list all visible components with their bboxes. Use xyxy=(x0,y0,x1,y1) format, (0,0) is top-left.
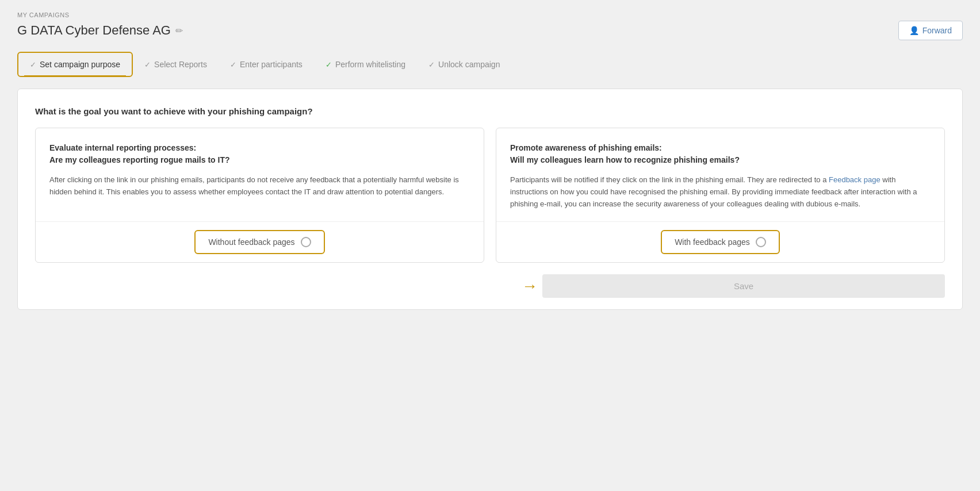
step-label-2: Select Reports xyxy=(154,60,207,69)
title-text: G DATA Cyber Defense AG xyxy=(17,23,171,38)
option-footer-right: With feedback pages xyxy=(496,221,944,262)
step-perform-whitelisting[interactable]: ✓ Perform whitelisting xyxy=(314,53,417,76)
content-card: What is the goal you want to achieve wit… xyxy=(17,89,963,310)
section-question: What is the goal you want to achieve wit… xyxy=(35,106,945,116)
option-card-left: Evaluate internal reporting processes:Ar… xyxy=(35,128,484,263)
step-select-reports[interactable]: ✓ Select Reports xyxy=(133,53,219,76)
option-body-left: Evaluate internal reporting processes:Ar… xyxy=(36,128,484,221)
step-check-3: ✓ xyxy=(230,60,236,69)
save-row: → Save xyxy=(35,274,945,298)
option-title-left: Evaluate internal reporting processes:Ar… xyxy=(49,142,470,166)
step-check-2: ✓ xyxy=(144,60,151,69)
arrow-icon: → xyxy=(522,277,538,296)
step-label-5: Unlock campaign xyxy=(438,60,500,69)
forward-button[interactable]: 👤 Forward xyxy=(898,21,963,40)
step-label-1: Set campaign purpose xyxy=(40,60,120,69)
option-card-right: Promote awareness of phishing emails:Wil… xyxy=(496,128,945,263)
step-label-4: Perform whitelisting xyxy=(335,60,405,69)
step-set-campaign-purpose[interactable]: ✓ Set campaign purpose xyxy=(17,52,133,77)
option-desc-right-text1: Participants will be notified if they cl… xyxy=(510,175,829,184)
step-unlock-campaign[interactable]: ✓ Unlock campaign xyxy=(417,53,511,76)
option-desc-right: Participants will be notified if they cl… xyxy=(510,174,931,210)
edit-icon[interactable]: ✏ xyxy=(175,25,183,36)
forward-person-icon: 👤 xyxy=(909,26,919,35)
options-row: Evaluate internal reporting processes:Ar… xyxy=(35,128,945,263)
option-footer-left: Without feedback pages xyxy=(36,221,484,262)
header-row: G DATA Cyber Defense AG ✏ 👤 Forward xyxy=(17,21,963,40)
option-title-right: Promote awareness of phishing emails:Wil… xyxy=(510,142,931,166)
steps-nav: ✓ Set campaign purpose ✓ Select Reports … xyxy=(17,52,963,77)
without-feedback-label: Without feedback pages xyxy=(208,237,294,247)
save-button[interactable]: Save xyxy=(542,274,945,298)
with-feedback-radio[interactable] xyxy=(756,237,766,247)
forward-button-label: Forward xyxy=(922,26,952,35)
option-body-right: Promote awareness of phishing emails:Wil… xyxy=(496,128,944,221)
step-check-4: ✓ xyxy=(326,60,332,69)
without-feedback-radio[interactable] xyxy=(301,237,311,247)
feedback-page-link[interactable]: Feedback page xyxy=(829,175,881,184)
step-label-3: Enter participants xyxy=(240,60,303,69)
step-check-1: ✓ xyxy=(30,60,36,69)
step-enter-participants[interactable]: ✓ Enter participants xyxy=(219,53,314,76)
step-check-5: ✓ xyxy=(428,60,435,69)
with-feedback-pages-button[interactable]: With feedback pages xyxy=(661,230,780,254)
page-title: G DATA Cyber Defense AG ✏ xyxy=(17,23,183,38)
without-feedback-pages-button[interactable]: Without feedback pages xyxy=(194,230,324,254)
option-desc-left: After clicking on the link in our phishi… xyxy=(49,174,470,198)
breadcrumb: MY CAMPAIGNS xyxy=(17,11,963,18)
with-feedback-label: With feedback pages xyxy=(675,237,750,247)
